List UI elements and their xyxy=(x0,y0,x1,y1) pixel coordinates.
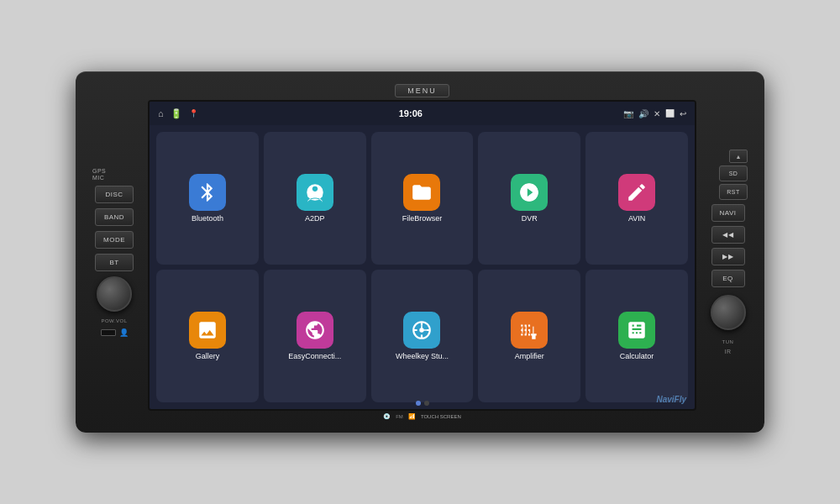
dvr-label: DVR xyxy=(522,214,538,223)
vol-label: POW.VOL xyxy=(101,318,127,323)
filebrowser-icon xyxy=(403,174,440,211)
band-button[interactable]: BAND xyxy=(95,208,134,226)
status-bar: ⌂ 🔋 📍 19:06 📷 🔊 ✕ ⬜ ↩ xyxy=(150,102,695,125)
easyconnect-icon xyxy=(297,312,333,349)
page-indicators xyxy=(416,401,429,406)
calculator-label: Calculator xyxy=(620,352,654,360)
bt-button[interactable]: BT xyxy=(95,254,134,271)
window-icon[interactable]: ⬜ xyxy=(665,109,675,118)
app-wheelkey[interactable]: Wheelkey Stu... xyxy=(371,270,474,402)
bluetooth-icon xyxy=(189,174,226,211)
gps-mic-labels: GPS MIC xyxy=(89,168,139,181)
rst-button[interactable]: RST xyxy=(719,184,748,200)
menu-bar: MENU xyxy=(148,81,696,100)
page-dot-active xyxy=(416,401,421,406)
bluetooth-small-icon: 📶 xyxy=(408,413,416,420)
app-grid: Bluetooth A2DP xyxy=(150,125,695,409)
status-icons-right: 📷 🔊 ✕ ⬜ ↩ xyxy=(623,109,686,118)
screen-container: MENU ⌂ 🔋 📍 19:06 📷 🔊 ✕ ⬜ ↩ xyxy=(148,81,696,423)
easyconnect-label: EasyConnecti... xyxy=(288,352,341,360)
a2dp-icon xyxy=(297,174,333,211)
app-a2dp[interactable]: A2DP xyxy=(264,132,366,265)
app-filebrowser[interactable]: FileBrowser xyxy=(371,132,474,265)
app-avin[interactable]: AVIN xyxy=(585,132,688,265)
app-calculator[interactable]: Calculator xyxy=(585,270,688,402)
usb-port[interactable] xyxy=(101,329,116,336)
bottom-strip: 💿 FM 📶 TOUCH SCREEN xyxy=(148,411,696,423)
mode-button[interactable]: MODE xyxy=(95,231,134,249)
navi-button[interactable]: NAVI xyxy=(711,204,745,222)
tuning-knob[interactable] xyxy=(711,295,746,330)
app-easyconnect[interactable]: EasyConnecti... xyxy=(264,270,366,402)
volume-icon[interactable]: 🔊 xyxy=(638,109,648,118)
gallery-icon xyxy=(189,312,226,349)
gps-label: GPS xyxy=(92,168,106,174)
location-icon: 📍 xyxy=(189,109,198,118)
svg-rect-6 xyxy=(533,327,534,334)
navifly-branding: NaviFly xyxy=(656,395,686,404)
status-time: 19:06 xyxy=(205,108,617,118)
page-dot xyxy=(424,401,429,406)
disc-button[interactable]: DISC xyxy=(95,186,134,203)
eq-button[interactable]: EQ xyxy=(711,270,745,287)
amplifier-label: Amplifier xyxy=(515,352,544,360)
calculator-icon xyxy=(618,312,655,349)
bluetooth-label: Bluetooth xyxy=(192,214,223,223)
touch-label: TOUCH SCREEN xyxy=(421,414,461,419)
a2dp-label: A2DP xyxy=(305,214,325,223)
app-bluetooth[interactable]: Bluetooth xyxy=(156,132,259,265)
main-screen: ⌂ 🔋 📍 19:06 📷 🔊 ✕ ⬜ ↩ xyxy=(148,100,696,411)
wheelkey-icon xyxy=(403,312,440,349)
person-icon: 👤 xyxy=(119,328,129,337)
sd-rst-group: SD RST xyxy=(719,165,748,200)
gallery-label: Gallery xyxy=(196,352,220,360)
wheelkey-label: Wheelkey Stu... xyxy=(396,352,449,360)
camera-icon[interactable]: 📷 xyxy=(623,109,633,118)
svg-rect-3 xyxy=(522,328,523,333)
next-button[interactable]: ▶▶ xyxy=(711,248,745,265)
svg-rect-4 xyxy=(526,326,527,335)
sd-button[interactable]: SD xyxy=(719,165,748,181)
left-panel: GPS MIC DISC BAND MODE BT POW.VOL 👤 xyxy=(89,168,139,337)
radio-icon: FM xyxy=(396,414,403,419)
filebrowser-label: FileBrowser xyxy=(402,214,443,223)
close-icon[interactable]: ✕ xyxy=(654,109,660,118)
app-amplifier[interactable]: Amplifier xyxy=(478,270,580,402)
disc-icon: 💿 xyxy=(383,413,391,420)
volume-knob[interactable] xyxy=(97,276,132,312)
amplifier-icon xyxy=(511,312,548,349)
menu-label: MENU xyxy=(395,84,449,97)
prev-button[interactable]: ◀◀ xyxy=(711,226,745,244)
mic-label: MIC xyxy=(92,175,104,181)
avin-icon xyxy=(618,174,655,211)
ir-label: IR xyxy=(725,349,732,354)
right-panel: SD RST NAVI ◀◀ ▶▶ EQ TUN IR xyxy=(705,150,751,354)
app-gallery[interactable]: Gallery xyxy=(156,270,259,402)
svg-rect-5 xyxy=(529,329,530,333)
tun-label: TUN xyxy=(722,339,734,344)
dvr-icon xyxy=(511,174,548,211)
car-head-unit: GPS MIC DISC BAND MODE BT POW.VOL 👤 MENU… xyxy=(76,71,764,433)
battery-icon: 🔋 xyxy=(171,108,182,119)
back-icon[interactable]: ↩ xyxy=(680,109,686,118)
app-dvr[interactable]: DVR xyxy=(478,132,580,265)
avin-label: AVIN xyxy=(628,214,645,223)
eject-button[interactable] xyxy=(729,150,748,163)
home-icon[interactable]: ⌂ xyxy=(158,108,164,118)
